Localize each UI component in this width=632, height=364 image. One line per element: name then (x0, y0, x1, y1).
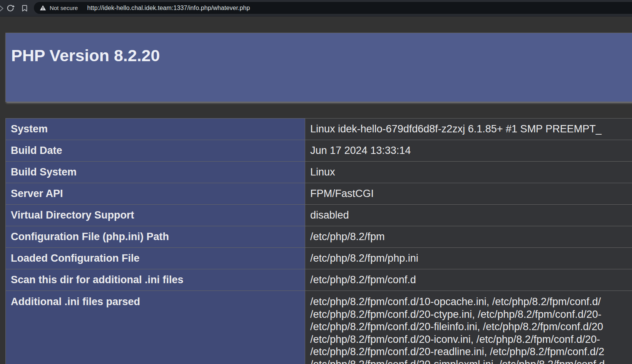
row-label: Loaded Configuration File (6, 248, 305, 269)
reload-icon[interactable] (6, 4, 15, 12)
value-line: /etc/php/8.2/fpm/conf.d/20-iconv.ini, /e… (310, 333, 632, 346)
forward-chevron-icon[interactable] (0, 4, 5, 13)
warning-triangle-icon[interactable] (40, 5, 46, 11)
row-value: Jun 17 2024 13:33:14 (305, 140, 632, 162)
row-value: FPM/FastCGI (305, 183, 632, 205)
row-label: Virtual Directory Support (6, 205, 305, 226)
phpinfo-page: PHP Version 8.2.20 SystemLinux idek-hell… (0, 17, 632, 364)
row-value: Linux idek-hello-679dfd6d8f-z2zxj 6.1.85… (305, 119, 632, 140)
value-line: /etc/php/8.2/fpm/conf.d/20-readline.ini,… (310, 346, 632, 358)
row-value: /etc/php/8.2/fpm/conf.d/10-opcache.ini, … (305, 291, 632, 364)
page-title: PHP Version 8.2.20 (6, 33, 632, 65)
row-value: /etc/php/8.2/fpm (305, 226, 632, 248)
table-row: Loaded Configuration File/etc/php/8.2/fp… (6, 248, 632, 269)
url-text[interactable]: http://idek-hello.chal.idek.team:1337/in… (87, 5, 250, 12)
row-value: Linux (305, 162, 632, 183)
table-row: Scan this dir for additional .ini files/… (6, 269, 632, 291)
not-secure-label[interactable]: Not secure (50, 5, 78, 11)
row-label: Build System (6, 162, 305, 183)
row-value: /etc/php/8.2/fpm/conf.d (305, 269, 632, 291)
row-label: Server API (6, 183, 305, 205)
browser-toolbar: Not secure http://idek-hello.chal.idek.t… (0, 0, 632, 17)
value-line: /etc/php/8.2/fpm/conf.d/20-fileinfo.ini,… (310, 321, 632, 333)
bookmark-icon[interactable] (20, 4, 29, 12)
row-value: /etc/php/8.2/fpm/php.ini (305, 248, 632, 269)
row-label: Scan this dir for additional .ini files (6, 269, 305, 291)
row-label: Build Date (6, 140, 305, 162)
table-row: Configuration File (php.ini) Path/etc/ph… (6, 226, 632, 248)
value-line: /etc/php/8.2/fpm/conf.d/20-simplexml.ini… (310, 358, 632, 364)
row-label: Configuration File (php.ini) Path (6, 226, 305, 248)
value-line: /etc/php/8.2/fpm/conf.d/20-ctype.ini, /e… (310, 308, 632, 321)
table-row: Additional .ini files parsed/etc/php/8.2… (6, 291, 632, 364)
table-row: Server APIFPM/FastCGI (6, 183, 632, 205)
table-row: Build SystemLinux (6, 162, 632, 183)
php-version-header: PHP Version 8.2.20 (5, 33, 632, 102)
row-value: disabled (305, 205, 632, 226)
table-row: Virtual Directory Supportdisabled (6, 205, 632, 226)
value-line: /etc/php/8.2/fpm/conf.d/10-opcache.ini, … (310, 296, 632, 308)
url-bar[interactable]: Not secure http://idek-hello.chal.idek.t… (34, 2, 632, 14)
row-label: System (6, 119, 305, 140)
table-row: SystemLinux idek-hello-679dfd6d8f-z2zxj … (6, 119, 632, 140)
row-label: Additional .ini files parsed (6, 291, 305, 364)
php-info-table: SystemLinux idek-hello-679dfd6d8f-z2zxj … (5, 118, 632, 364)
table-row: Build DateJun 17 2024 13:33:14 (6, 140, 632, 162)
